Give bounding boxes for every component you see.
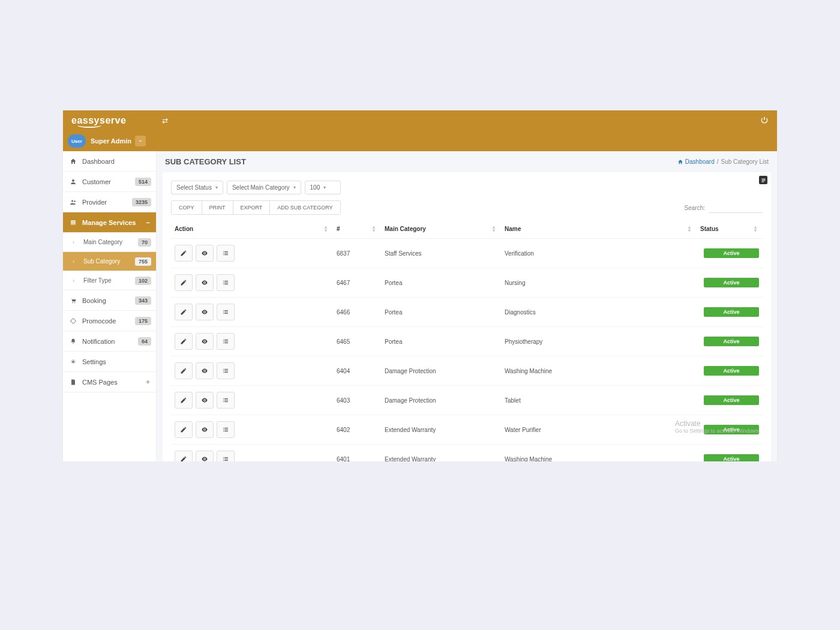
people-icon — [69, 199, 77, 206]
list-button[interactable] — [217, 333, 235, 350]
power-icon[interactable] — [760, 116, 769, 126]
sidebar-sub-sub-category[interactable]: › Sub Category 755 — [63, 252, 156, 271]
person-icon — [69, 178, 77, 185]
svg-rect-5 — [71, 224, 76, 224]
status-select[interactable]: Select Status — [171, 181, 223, 194]
topbar: eassyserve ⇄ — [63, 110, 777, 131]
table-row: 6402Extended WarrantyWater PurifierActiv… — [171, 415, 763, 445]
list-button[interactable] — [217, 274, 235, 291]
svg-rect-18 — [224, 254, 228, 255]
cell-name: Diagnostics — [501, 298, 697, 327]
bell-icon — [69, 338, 77, 345]
cell-id: 6465 — [333, 327, 381, 356]
svg-rect-3 — [71, 220, 76, 221]
main-category-select[interactable]: Select Main Category — [227, 181, 301, 194]
svg-rect-55 — [223, 428, 224, 428]
badge: 343 — [135, 296, 151, 305]
user-expand-button[interactable] — [135, 136, 146, 146]
svg-point-33 — [204, 341, 205, 342]
svg-rect-45 — [223, 372, 224, 373]
svg-rect-34 — [223, 340, 224, 340]
badge: 3235 — [132, 198, 151, 206]
search-input[interactable] — [709, 202, 763, 213]
add-sub-category-button[interactable]: ADD SUB CATEGORY — [270, 201, 340, 214]
svg-rect-27 — [223, 310, 224, 311]
edit-button[interactable] — [175, 421, 193, 438]
list-button[interactable] — [217, 362, 235, 379]
view-button[interactable] — [196, 245, 214, 262]
col-header-status[interactable]: Status▲▼ — [697, 220, 763, 239]
view-button[interactable] — [196, 304, 214, 320]
view-button[interactable] — [196, 362, 214, 379]
print-button[interactable]: PRINT — [202, 201, 233, 214]
sidebar-item-cms-pages[interactable]: CMS Pages + — [63, 372, 156, 392]
layers-icon — [69, 219, 77, 226]
list-button[interactable] — [217, 392, 235, 409]
sidebar-sub-main-category[interactable]: › Main Category 70 — [63, 233, 156, 252]
cell-id: 6403 — [333, 386, 381, 415]
sort-icon: ▲▼ — [323, 226, 328, 233]
breadcrumb-home-link[interactable]: Dashboard — [677, 158, 715, 165]
edit-button[interactable] — [175, 304, 193, 320]
card-toggle-button[interactable] — [759, 176, 767, 184]
sidebar-item-notification[interactable]: Notification 64 — [63, 331, 156, 352]
sidebar-item-provider[interactable]: Provider 3235 — [63, 192, 156, 212]
gear-icon — [69, 358, 77, 365]
plus-icon: + — [146, 378, 150, 386]
sidebar-item-customer[interactable]: Customer 514 — [63, 172, 156, 192]
user-role: Super Admin — [91, 137, 131, 145]
edit-button[interactable] — [175, 362, 193, 379]
view-button[interactable] — [196, 333, 214, 350]
sidebar-item-settings[interactable]: Settings — [63, 352, 156, 372]
edit-button[interactable] — [175, 245, 193, 262]
cell-main-category: Portea — [381, 298, 501, 327]
sidebar-item-dashboard[interactable]: Dashboard — [63, 151, 156, 172]
sidebar-item-booking[interactable]: Booking 343 — [63, 290, 156, 311]
page-size-select[interactable]: 100 — [305, 181, 341, 194]
edit-button[interactable] — [175, 392, 193, 409]
cell-id: 6404 — [333, 356, 381, 386]
svg-rect-60 — [224, 431, 228, 431]
cell-main-category: Extended Warranty — [381, 415, 501, 445]
col-header-main-category[interactable]: Main Category▲▼ — [381, 220, 501, 239]
edit-button[interactable] — [175, 451, 193, 461]
svg-rect-20 — [223, 281, 224, 281]
edit-button[interactable] — [175, 333, 193, 350]
view-button[interactable] — [196, 451, 214, 461]
col-header-action[interactable]: Action▲▼ — [171, 220, 333, 239]
list-button[interactable] — [217, 451, 235, 461]
view-button[interactable] — [196, 274, 214, 291]
badge: 102 — [135, 277, 151, 285]
sidebar-sub-filter-type[interactable]: › Filter Type 102 — [63, 271, 156, 290]
view-button[interactable] — [196, 421, 214, 438]
export-button[interactable]: EXPORT — [233, 201, 271, 214]
svg-rect-22 — [223, 283, 224, 283]
svg-rect-62 — [223, 457, 224, 458]
svg-rect-31 — [223, 313, 224, 314]
col-header-name[interactable]: Name▲▼ — [501, 220, 697, 239]
badge: 514 — [135, 178, 151, 186]
svg-point-2 — [74, 200, 76, 202]
svg-rect-14 — [224, 251, 228, 252]
sidebar-item-label: Booking — [82, 297, 106, 304]
status-badge: Active — [704, 337, 759, 346]
list-button[interactable] — [217, 421, 235, 438]
col-header-id[interactable]: #▲▼ — [333, 220, 381, 239]
sidebar-item-promocode[interactable]: Promocode 175 — [63, 311, 156, 331]
list-button[interactable] — [217, 304, 235, 320]
svg-point-54 — [204, 429, 205, 430]
home-icon — [677, 159, 683, 165]
copy-button[interactable]: COPY — [172, 201, 202, 214]
cell-main-category: Damage Protection — [381, 356, 501, 386]
svg-rect-63 — [224, 457, 228, 458]
swap-icon[interactable]: ⇄ — [162, 116, 168, 125]
brand-logo: eassyserve — [71, 115, 126, 126]
view-button[interactable] — [196, 392, 214, 409]
edit-button[interactable] — [175, 274, 193, 291]
cell-main-category: Staff Services — [381, 239, 501, 268]
cell-main-category: Damage Protection — [381, 386, 501, 415]
list-button[interactable] — [217, 245, 235, 262]
table-row: 6404Damage ProtectionWashing MachineActi… — [171, 356, 763, 386]
sidebar-section-manage-services[interactable]: Manage Services − — [63, 212, 156, 233]
svg-point-1 — [71, 200, 73, 202]
